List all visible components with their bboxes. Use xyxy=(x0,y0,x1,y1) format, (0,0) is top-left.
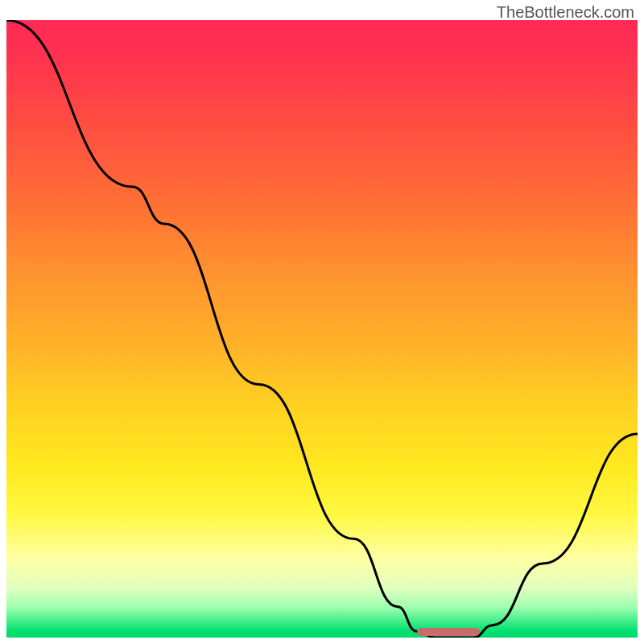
chart-curve-svg xyxy=(6,20,638,638)
watermark-text: TheBottleneck.com xyxy=(497,3,634,22)
optimal-range-marker xyxy=(417,628,480,636)
bottleneck-chart xyxy=(6,20,638,638)
bottleneck-curve-line xyxy=(6,20,638,638)
